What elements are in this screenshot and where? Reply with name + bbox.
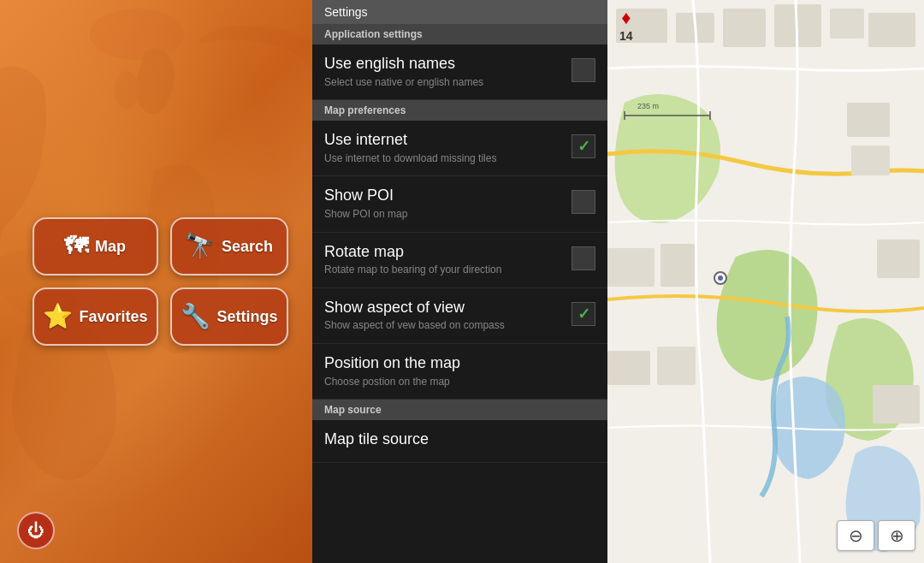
zoom-out-icon: ⊖ (849, 525, 863, 546)
checkbox-show-poi[interactable] (572, 190, 595, 214)
svg-rect-11 (607, 351, 650, 385)
favorites-label: Favorites (80, 308, 148, 326)
map-icon: 🗺 (64, 234, 88, 258)
settings-label: Settings (217, 308, 278, 326)
settings-title: Settings (312, 0, 607, 24)
setting-show-poi-title: Show POI (324, 187, 563, 205)
menu-buttons: 🗺 Map 🔭 Search ⭐ Favorites 🔧 Settings (33, 217, 281, 346)
svg-rect-5 (723, 9, 766, 47)
setting-use-internet-title: Use internet (324, 131, 563, 150)
compass-needle: ♦ (621, 9, 631, 27)
setting-use-internet[interactable]: Use internet Use internet to download mi… (312, 121, 607, 176)
section-header-app: Application settings (312, 24, 607, 44)
search-button[interactable]: 🔭 Search (170, 217, 288, 276)
map-container: 235 m ♦ 14 ⊖ ⊕ (607, 0, 924, 563)
setting-map-tile-title: Map tile source (324, 430, 595, 449)
svg-point-1 (115, 71, 139, 109)
setting-english-names-text: Use english names Select use native or e… (324, 55, 563, 89)
setting-rotate-map-title: Rotate map (324, 243, 563, 262)
zoom-level: 14 (619, 29, 633, 43)
svg-rect-10 (660, 244, 695, 287)
search-label: Search (222, 238, 273, 256)
setting-english-names-title: Use english names (324, 55, 563, 74)
setting-rotate-map[interactable]: Rotate map Rotate map to bearing of your… (312, 233, 607, 288)
setting-show-aspect-desc: Show aspect of vew based on compass (324, 319, 563, 333)
svg-rect-8 (868, 13, 915, 47)
setting-english-names[interactable]: Use english names Select use native or e… (312, 44, 607, 100)
favorites-button[interactable]: ⭐ Favorites (33, 287, 158, 346)
setting-show-poi-desc: Show POI on map (324, 208, 563, 222)
setting-use-internet-desc: Use internet to download missing tiles (324, 152, 563, 166)
setting-map-tile-text: Map tile source (324, 430, 595, 452)
setting-show-aspect-text: Show aspect of view Show aspect of vew b… (324, 299, 563, 333)
compass: ♦ 14 (619, 9, 633, 43)
svg-rect-7 (830, 9, 864, 39)
section-header-map: Map preferences (312, 100, 607, 121)
setting-use-internet-text: Use internet Use internet to download mi… (324, 131, 563, 165)
setting-position-map[interactable]: Position on the map Choose postion on th… (312, 344, 607, 400)
left-panel: 🗺 Map 🔭 Search ⭐ Favorites 🔧 Settings ⏻ (0, 0, 312, 563)
settings-icon: 🔧 (181, 305, 210, 329)
setting-rotate-map-text: Rotate map Rotate map to bearing of your… (324, 243, 563, 277)
svg-rect-16 (873, 385, 920, 424)
checkbox-english-names[interactable] (572, 58, 595, 82)
checkbox-show-aspect[interactable]: ✓ (572, 302, 595, 326)
svg-point-22 (718, 276, 723, 281)
setting-rotate-map-desc: Rotate map to bearing of your direction (324, 264, 563, 277)
zoom-in-button[interactable]: ⊕ (878, 520, 915, 551)
svg-rect-12 (657, 347, 696, 385)
settings-button[interactable]: 🔧 Settings (170, 287, 288, 346)
zoom-out-button[interactable]: ⊖ (837, 520, 874, 551)
setting-position-map-desc: Choose postion on the map (324, 376, 595, 389)
svg-rect-13 (847, 103, 890, 137)
zoom-in-icon: ⊕ (890, 525, 904, 546)
power-button[interactable]: ⏻ (17, 512, 55, 549)
search-icon: 🔭 (185, 234, 215, 258)
map-panel: 235 m ♦ 14 ⊖ ⊕ (607, 0, 924, 563)
setting-position-map-text: Position on the map Choose postion on th… (324, 354, 595, 388)
setting-map-tile[interactable]: Map tile source (312, 420, 607, 463)
power-icon: ⏻ (27, 521, 44, 541)
setting-show-aspect-title: Show aspect of view (324, 299, 563, 317)
setting-show-poi[interactable]: Show POI Show POI on map (312, 176, 607, 232)
setting-show-poi-text: Show POI Show POI on map (324, 187, 563, 221)
svg-rect-9 (607, 248, 654, 287)
section-header-source: Map source (312, 400, 607, 420)
map-label: Map (95, 238, 126, 256)
settings-panel: Settings Application settings Use englis… (312, 0, 607, 563)
map-button[interactable]: 🗺 Map (33, 217, 158, 276)
favorites-icon: ⭐ (43, 305, 73, 329)
svg-point-0 (90, 9, 184, 60)
svg-text:235 m: 235 m (637, 102, 659, 110)
setting-english-names-desc: Select use native or english names (324, 76, 563, 90)
setting-position-map-title: Position on the map (324, 354, 595, 373)
checkbox-rotate-map[interactable] (572, 246, 595, 270)
svg-rect-14 (851, 145, 890, 175)
svg-rect-15 (877, 240, 920, 278)
setting-show-aspect[interactable]: Show aspect of view Show aspect of vew b… (312, 288, 607, 344)
checkbox-use-internet[interactable]: ✓ (572, 134, 595, 158)
map-svg: 235 m (607, 0, 924, 563)
zoom-controls: ⊖ ⊕ (837, 520, 915, 551)
